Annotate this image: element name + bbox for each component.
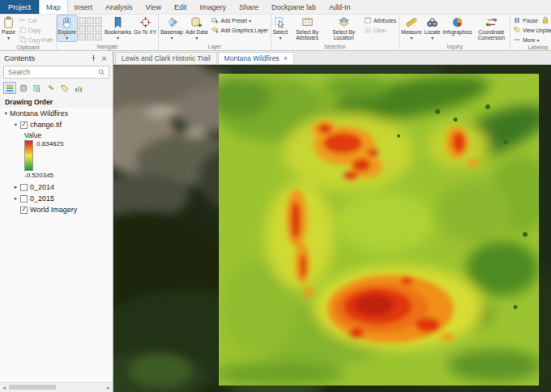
tab-analysis[interactable]: Analysis	[99, 0, 139, 14]
bookmarks-button[interactable]: Bookmarks	[104, 15, 132, 41]
group-label-labeling: Labeling	[511, 45, 551, 51]
add-data-button[interactable]: Add Data	[185, 15, 209, 41]
horizontal-scrollbar[interactable]	[0, 382, 113, 392]
full-extent-button[interactable]	[79, 17, 86, 24]
measure-button[interactable]: Measure	[400, 15, 423, 41]
dropdown-caret-icon	[249, 18, 251, 23]
scroll-right-arrow[interactable]	[105, 385, 113, 391]
tree-node-change-tif[interactable]: change.tif	[0, 119, 113, 130]
clear-selection-icon	[364, 26, 372, 34]
map-view[interactable]	[113, 65, 551, 392]
list-by-charts-button[interactable]	[72, 82, 85, 94]
view-unplaced-tag-icon	[513, 26, 521, 34]
explore-button[interactable]: Explore	[58, 15, 77, 41]
attributes-button[interactable]: Attributes	[362, 15, 398, 25]
coordinate-conversion-label: Coordinate Conversion	[474, 29, 508, 40]
expander-icon[interactable]	[12, 121, 19, 128]
infographics-pie-icon	[451, 16, 463, 28]
select-by-location-button[interactable]: Select By Location	[326, 15, 361, 40]
previous-extent-button[interactable]	[95, 17, 102, 24]
select-cursor-icon	[274, 16, 286, 28]
add-preset-button[interactable]: Add Preset	[209, 15, 269, 25]
nav-tool-button[interactable]	[95, 33, 102, 40]
select-by-attributes-button[interactable]: Select By Attributes	[289, 15, 325, 40]
document-tab-bar: Lewis and Clark Historic Trail Montana W…	[113, 51, 551, 65]
dropdown-caret-icon	[195, 35, 198, 40]
tab-share[interactable]: Share	[233, 0, 265, 14]
list-by-drawing-order-button[interactable]	[3, 82, 16, 94]
tab-map[interactable]: Map	[39, 0, 68, 14]
doc-tab-lewis-clark[interactable]: Lewis and Clark Historic Trail	[115, 52, 217, 64]
list-by-editing-button[interactable]	[45, 82, 58, 94]
close-tab-icon[interactable]	[284, 54, 288, 62]
tree-node-0-2014[interactable]: 0_2014	[0, 181, 113, 193]
layer-2015-checkbox[interactable]	[20, 195, 28, 202]
basemap-button[interactable]: Basemap	[160, 15, 184, 41]
scrollbar-thumb[interactable]	[9, 385, 56, 390]
tree-node-0-2015[interactable]: 0_2015	[0, 193, 113, 204]
coordinate-conversion-button[interactable]: Coordinate Conversion	[473, 15, 509, 40]
cut-button[interactable]: Cut	[17, 15, 55, 25]
lock-labels-button[interactable]: Lock	[540, 15, 551, 25]
legend-title: Value	[24, 131, 113, 140]
clear-button[interactable]: Clear	[362, 25, 398, 35]
group-label-inquiry: Inquiry	[400, 44, 509, 50]
expander-icon[interactable]	[2, 110, 10, 117]
tab-imagery[interactable]: Imagery	[193, 0, 233, 14]
search-input[interactable]	[6, 67, 96, 77]
add-graphics-layer-label: Add Graphics Layer	[220, 28, 267, 33]
list-by-labeling-button[interactable]	[58, 82, 71, 94]
go-to-xy-icon	[139, 16, 152, 28]
expander-icon[interactable]	[12, 195, 19, 202]
scroll-left-arrow[interactable]	[0, 385, 8, 391]
copy-path-button[interactable]: Copy Path	[17, 35, 55, 45]
tree-node-map[interactable]: Montana Wildfires	[0, 108, 113, 119]
list-by-selection-button[interactable]	[31, 82, 44, 94]
group-label-layer: Layer	[160, 44, 270, 50]
copy-icon	[19, 26, 27, 34]
auto-hide-pin-icon[interactable]	[89, 53, 98, 62]
add-data-label: Add Data	[186, 29, 208, 35]
infographics-button[interactable]: Infographics	[442, 15, 472, 35]
cut-label: Cut	[28, 18, 36, 23]
tab-view[interactable]: View	[139, 0, 168, 14]
tab-insert[interactable]: Insert	[68, 0, 100, 14]
fixed-zoom-out-button[interactable]	[87, 25, 94, 32]
expander-icon[interactable]	[12, 184, 19, 190]
go-to-xy-button[interactable]: Go To XY	[133, 15, 157, 35]
ribbon-group-clipboard: Paste Cut Copy Copy Path Clipboard	[0, 15, 57, 50]
change-tif-label: change.tif	[30, 121, 62, 129]
locate-button[interactable]: Locate	[424, 15, 442, 41]
dropdown-caret-icon	[66, 35, 68, 40]
tab-dockpane-lab[interactable]: Dockpane lab	[265, 0, 322, 14]
world-imagery-checkbox[interactable]	[20, 207, 28, 214]
pause-labeling-button[interactable]: Pause	[511, 15, 540, 25]
tree-node-world-imagery[interactable]: World Imagery	[0, 204, 113, 215]
select-by-location-icon	[338, 16, 350, 28]
zoom-to-selection-button[interactable]	[79, 25, 86, 32]
view-unplaced-button[interactable]: View Unplaced	[511, 25, 551, 35]
nav-tool-button[interactable]	[87, 33, 94, 40]
infographics-label: Infographics	[442, 29, 472, 35]
next-extent-button[interactable]	[95, 25, 102, 32]
map-canvas[interactable]	[113, 65, 551, 392]
paste-button[interactable]: Paste	[1, 15, 16, 41]
tab-add-in[interactable]: Add-In	[322, 0, 357, 14]
close-pane-icon[interactable]	[100, 53, 109, 62]
add-graphics-layer-button[interactable]: Add Graphics Layer	[209, 25, 269, 35]
pause-label: Pause	[523, 18, 538, 23]
tab-project[interactable]: Project	[0, 0, 39, 14]
select-button[interactable]: Select	[272, 15, 288, 41]
list-by-source-button[interactable]	[17, 82, 30, 94]
fixed-zoom-in-button[interactable]	[87, 17, 94, 24]
copy-button[interactable]: Copy	[17, 25, 55, 35]
more-labeling-button[interactable]: More	[511, 35, 551, 45]
nav-tool-button[interactable]	[79, 33, 86, 40]
basemap-icon	[166, 16, 178, 28]
world-imagery-label: World Imagery	[30, 206, 77, 214]
pencil-icon	[47, 84, 55, 92]
change-tif-checkbox[interactable]	[20, 121, 28, 129]
doc-tab-montana-wildfires[interactable]: Montana Wildfires	[218, 52, 294, 64]
tab-edit[interactable]: Edit	[168, 0, 194, 14]
layer-2014-checkbox[interactable]	[20, 184, 28, 191]
